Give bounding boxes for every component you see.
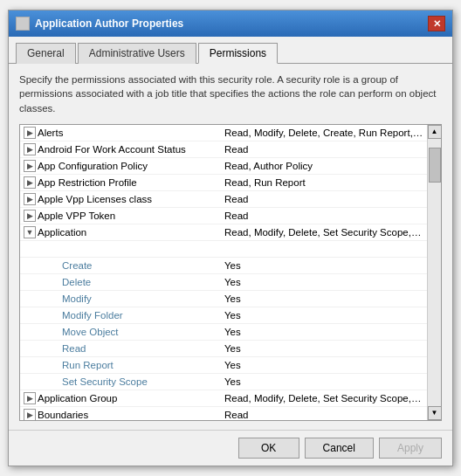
button-bar: OK Cancel Apply — [9, 430, 452, 466]
tab-general[interactable]: General — [16, 43, 76, 64]
row-perms-cell: Yes — [221, 293, 427, 305]
list-item[interactable]: ▶Apple Vpp Licenses classRead — [20, 191, 427, 208]
row-name-cell: Modify Folder — [20, 309, 221, 321]
row-perms-cell: Yes — [221, 342, 427, 355]
list-item[interactable]: ▶Android For Work Account StatusRead — [20, 141, 427, 158]
row-perms-cell: Yes — [221, 309, 427, 321]
row-name-text: Apple VPP Token — [38, 210, 115, 221]
row-name-text: Boundaries — [38, 410, 88, 420]
row-name-text: Run Report — [62, 360, 114, 370]
row-perms-cell: Read — [221, 143, 427, 155]
cancel-button[interactable]: Cancel — [305, 438, 374, 459]
apply-button[interactable]: Apply — [379, 438, 442, 459]
list-item[interactable]: CreateYes — [20, 258, 427, 274]
row-name-cell: Create — [20, 259, 221, 272]
row-name-text: Create — [62, 260, 93, 271]
row-perms-cell: Read, Run Report — [221, 176, 427, 189]
row-name-text: Read — [62, 343, 86, 354]
list-item[interactable]: ▶BoundariesRead — [20, 407, 427, 420]
collapse-icon[interactable]: ▼ — [24, 226, 36, 238]
row-name-text: App Restriction Profile — [38, 177, 137, 188]
row-name-cell: ▶App Restriction Profile — [20, 176, 221, 190]
row-perms-cell: Read, Modify, Delete, Create, Run Report… — [221, 127, 427, 139]
ok-button[interactable]: OK — [238, 438, 299, 459]
title-bar: Application Author Properties ✕ — [9, 10, 452, 37]
list-item[interactable]: ▶Apple VPP TokenRead — [20, 208, 427, 224]
description-text: Specify the permissions associated with … — [19, 72, 442, 114]
expand-icon[interactable]: ▶ — [24, 210, 36, 222]
list-item[interactable]: ▶Application GroupRead, Modify, Delete, … — [20, 390, 427, 407]
tab-administrative-users[interactable]: Administrative Users — [78, 43, 196, 64]
row-name-cell: Move Object — [20, 326, 221, 338]
row-name-cell: ▶Boundaries — [20, 408, 221, 420]
row-perms-cell: Yes — [221, 243, 427, 255]
tab-permissions[interactable]: Permissions — [198, 43, 278, 64]
list-item[interactable]: ▶App Restriction ProfileRead, Run Report — [20, 175, 427, 191]
row-name-cell: Approve — [20, 243, 221, 255]
row-name-cell: Modify — [20, 293, 221, 305]
scroll-down-button[interactable]: ▼ — [428, 406, 442, 420]
title-bar-left: Application Author Properties — [16, 17, 183, 31]
close-button[interactable]: ✕ — [428, 16, 445, 31]
window-title: Application Author Properties — [35, 17, 183, 30]
list-item[interactable]: ▶App Configuration PolicyRead, Author Po… — [20, 158, 427, 175]
row-name-cell: ▶Application Group — [20, 391, 221, 405]
row-name-text: Apple Vpp Licenses class — [38, 194, 152, 204]
row-perms-cell: Yes — [221, 259, 427, 272]
expand-icon[interactable]: ▶ — [24, 409, 36, 420]
list-item[interactable]: ApproveYes — [20, 241, 427, 258]
expand-icon[interactable]: ▶ — [24, 392, 36, 404]
row-perms-cell: Read — [221, 193, 427, 205]
row-name-text: Modify Folder — [62, 310, 123, 321]
app-icon — [16, 17, 30, 31]
scrollbar[interactable]: ▲ ▼ — [427, 125, 441, 420]
list-item[interactable]: ModifyYes — [20, 291, 427, 307]
expand-icon[interactable]: ▶ — [24, 143, 36, 155]
list-item[interactable]: ▶AlertsRead, Modify, Delete, Create, Run… — [20, 125, 427, 141]
list-item[interactable]: Modify FolderYes — [20, 307, 427, 324]
row-name-text: Application Group — [38, 393, 117, 404]
row-name-cell: ▶Alerts — [20, 126, 221, 140]
list-item[interactable]: DeleteYes — [20, 274, 427, 291]
row-name-text: Modify — [62, 293, 92, 304]
row-perms-cell: Read, Modify, Delete, Set Security Scope… — [221, 226, 427, 238]
permissions-list[interactable]: ▶AlertsRead, Modify, Delete, Create, Run… — [20, 125, 427, 420]
row-name-cell: ▼Application — [20, 225, 221, 239]
list-item[interactable]: Run ReportYes — [20, 357, 427, 374]
row-name-text: Application — [38, 227, 86, 238]
row-name-cell: ▶Android For Work Account Status — [20, 142, 221, 156]
permissions-content: Specify the permissions associated with … — [9, 64, 452, 429]
row-name-text: Approve — [62, 244, 100, 254]
row-name-text: Move Object — [62, 327, 119, 337]
row-perms-cell: Yes — [221, 376, 427, 388]
row-perms-cell: Read, Modify, Delete, Set Security Scope… — [221, 392, 427, 404]
row-name-cell: Run Report — [20, 359, 221, 371]
permissions-list-container: ▶AlertsRead, Modify, Delete, Create, Run… — [19, 124, 442, 421]
row-perms-cell: Read — [221, 210, 427, 222]
row-perms-cell: Read, Author Policy — [221, 160, 427, 172]
row-name-cell: Read — [20, 342, 221, 355]
row-perms-cell: Yes — [221, 326, 427, 338]
row-name-text: Android For Work Account Status — [38, 144, 186, 155]
scroll-up-button[interactable]: ▲ — [428, 125, 442, 139]
application-author-properties-window: Application Author Properties ✕ General … — [8, 10, 453, 466]
row-perms-cell: Yes — [221, 359, 427, 371]
row-name-cell: ▶Apple VPP Token — [20, 209, 221, 223]
row-name-cell: Set Security Scope — [20, 376, 221, 388]
row-name-cell: Delete — [20, 276, 221, 288]
list-item[interactable]: ReadYes — [20, 341, 427, 357]
list-item[interactable]: Move ObjectYes — [20, 324, 427, 341]
row-name-text: Delete — [62, 277, 91, 287]
scroll-thumb[interactable] — [429, 148, 441, 183]
scroll-track[interactable] — [428, 139, 441, 406]
row-name-text: Alerts — [38, 128, 63, 138]
row-name-text: Set Security Scope — [62, 376, 148, 387]
row-name-text: App Configuration Policy — [38, 161, 148, 171]
expand-icon[interactable]: ▶ — [24, 127, 36, 139]
expand-icon[interactable]: ▶ — [24, 160, 36, 172]
row-perms-cell: Yes — [221, 276, 427, 288]
list-item[interactable]: Set Security ScopeYes — [20, 374, 427, 390]
list-item[interactable]: ▼ApplicationRead, Modify, Delete, Set Se… — [20, 224, 427, 241]
expand-icon[interactable]: ▶ — [24, 176, 36, 189]
expand-icon[interactable]: ▶ — [24, 193, 36, 205]
